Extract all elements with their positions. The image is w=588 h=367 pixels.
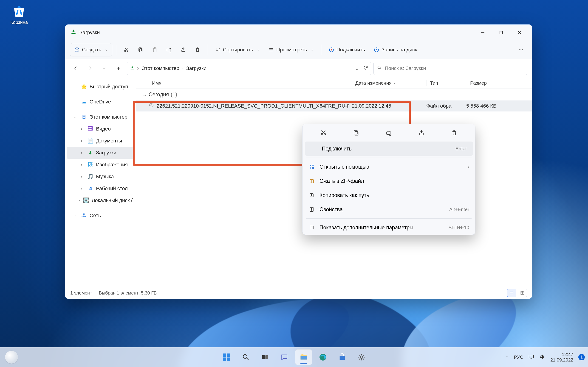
taskbar-store[interactable]: [334, 349, 351, 365]
share-button[interactable]: [177, 43, 190, 56]
svg-rect-22: [523, 293, 524, 294]
back-button[interactable]: [70, 62, 82, 74]
recycle-bin-icon: [12, 4, 26, 18]
svg-point-13: [519, 49, 520, 50]
file-name: 22621.521.220910-0152.NI_RELEASE_SVC_PRO…: [157, 103, 349, 109]
create-button[interactable]: Создать: [70, 43, 112, 56]
svg-point-14: [520, 49, 521, 50]
ctx-copy-button[interactable]: [350, 127, 363, 138]
up-button[interactable]: [112, 62, 124, 74]
status-item-count: 1 элемент: [70, 290, 92, 296]
close-button[interactable]: [510, 26, 529, 40]
ctx-item-compress[interactable]: Сжать в ZIP-файл: [303, 174, 475, 188]
svg-rect-6: [153, 48, 156, 52]
sidebar-item-desktop[interactable]: ›🖥Рабочий стол: [67, 183, 135, 194]
minimize-button[interactable]: [474, 26, 492, 40]
file-type: Файл обра: [423, 103, 463, 109]
svg-rect-0: [500, 31, 502, 34]
ctx-item-more[interactable]: Показать дополнительные параметры Shift+…: [303, 220, 475, 235]
chevron-down-icon: [309, 47, 314, 53]
sidebar-item-downloads[interactable]: ›⬇Загрузки: [67, 147, 135, 159]
titlebar[interactable]: Загрузки: [65, 25, 532, 41]
taskbar-explorer[interactable]: [295, 349, 312, 365]
breadcrumb-this-pc[interactable]: Этот компьютер: [141, 65, 179, 71]
ctx-item-open-with[interactable]: Открыть с помощью ›: [303, 160, 475, 174]
delete-button[interactable]: [191, 43, 204, 56]
view-button[interactable]: Просмотреть: [265, 43, 317, 56]
sidebar-item-network[interactable]: ›🖧Сеть: [67, 210, 135, 222]
sidebar-item-quick-access[interactable]: ›⭐Быстрый доступ: [67, 81, 135, 93]
sidebar-item-videos[interactable]: ›🎞Видео: [67, 123, 135, 135]
svg-point-40: [243, 355, 247, 359]
mount-button[interactable]: Подключить: [325, 43, 369, 56]
copy-button[interactable]: [134, 43, 147, 56]
svg-rect-36: [223, 353, 226, 357]
system-tray[interactable]: ⌃ РУС 12:47 21.09.2022 1: [505, 352, 585, 363]
ctx-item-copy-path[interactable]: Копировать как путь: [303, 188, 475, 202]
address-dropdown-icon[interactable]: ⌄: [355, 65, 359, 71]
sidebar-item-pictures[interactable]: ›🖼Изображения: [67, 159, 135, 171]
maximize-button[interactable]: [492, 26, 510, 40]
col-type[interactable]: Тип: [426, 80, 467, 86]
refresh-icon[interactable]: [363, 65, 368, 72]
group-today[interactable]: ⌄ Сегодня (1): [136, 89, 532, 100]
address-bar[interactable]: ›Этот компьютер ›Загрузки ⌄: [127, 62, 371, 75]
rename-button[interactable]: [163, 43, 175, 56]
ctx-cut-button[interactable]: [317, 127, 330, 138]
file-size: 5 558 466 КБ: [463, 103, 532, 109]
ctx-delete-button[interactable]: [448, 127, 461, 138]
volume-icon[interactable]: [539, 354, 545, 361]
context-menu: Подключить Enter Открыть с помощью › Сжа…: [302, 124, 476, 235]
sidebar-item-documents[interactable]: ›📄Документы: [67, 135, 135, 147]
taskbar[interactable]: ⌃ РУС 12:47 21.09.2022 1: [0, 347, 588, 367]
svg-rect-19: [521, 291, 522, 293]
details-view-button[interactable]: [507, 289, 516, 297]
more-button[interactable]: [515, 43, 527, 56]
taskbar-settings[interactable]: [353, 349, 370, 365]
sidebar-item-local-disk[interactable]: ›💽Локальный диск (: [67, 194, 135, 206]
sidebar-item-music[interactable]: ›🎵Музыка: [67, 171, 135, 183]
start-button[interactable]: [218, 349, 235, 365]
recycle-bin[interactable]: Корзина: [4, 4, 34, 25]
ctx-rename-button[interactable]: [382, 127, 395, 138]
search-input[interactable]: Поиск в: Загрузки: [373, 62, 527, 75]
cut-button[interactable]: [120, 43, 133, 56]
weather-widget[interactable]: [5, 351, 18, 364]
task-view-button[interactable]: [257, 349, 274, 365]
network-icon[interactable]: [528, 354, 534, 361]
tray-chevron-icon[interactable]: ⌃: [505, 354, 509, 360]
svg-rect-29: [312, 165, 314, 166]
sidebar-item-onedrive[interactable]: ›☁OneDrive: [67, 96, 135, 108]
taskbar-search[interactable]: [237, 349, 254, 365]
search-placeholder: Поиск в: Загрузки: [385, 65, 426, 71]
taskbar-chat[interactable]: [276, 349, 293, 365]
tray-clock[interactable]: 12:47 21.09.2022: [550, 352, 573, 363]
col-size[interactable]: Размер: [467, 80, 532, 86]
chevron-down-icon: [104, 47, 108, 53]
file-date: 21.09.2022 12:45: [349, 103, 423, 109]
taskbar-edge[interactable]: [314, 349, 331, 365]
svg-point-12: [376, 49, 377, 50]
tray-language[interactable]: РУС: [514, 355, 523, 360]
recent-button[interactable]: [98, 62, 110, 74]
col-date[interactable]: Дата изменения⌄: [352, 80, 426, 86]
paste-button[interactable]: [148, 43, 161, 56]
svg-rect-4: [139, 49, 142, 52]
col-name[interactable]: Имя: [136, 80, 352, 86]
ctx-item-mount[interactable]: Подключить Enter: [305, 142, 473, 156]
file-row[interactable]: 22621.521.220910-0152.NI_RELEASE_SVC_PRO…: [136, 100, 532, 111]
column-headers[interactable]: Имя Дата изменения⌄ Тип Размер: [136, 77, 532, 89]
svg-rect-27: [386, 132, 390, 134]
nav-tree: ›⭐Быстрый доступ ›☁OneDrive ⌄🖥Этот компь…: [65, 77, 136, 287]
forward-button[interactable]: [84, 62, 96, 74]
downloads-icon: [130, 65, 135, 72]
breadcrumb-downloads[interactable]: Загрузки: [186, 65, 207, 71]
ctx-item-properties[interactable]: Свойства Alt+Enter: [303, 202, 475, 217]
ctx-share-button[interactable]: [415, 127, 428, 138]
burn-button[interactable]: Запись на диск: [370, 43, 421, 56]
thumbnails-view-button[interactable]: [518, 289, 527, 297]
sort-button[interactable]: Сортировать: [212, 43, 263, 56]
notification-badge[interactable]: 1: [578, 354, 585, 360]
sidebar-item-this-pc[interactable]: ⌄🖥Этот компьютер: [67, 111, 135, 123]
svg-rect-39: [227, 358, 230, 361]
